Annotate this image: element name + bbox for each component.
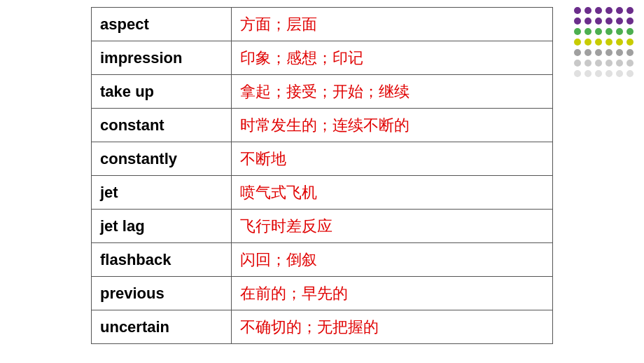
decoration-dot	[595, 7, 602, 14]
decoration-dot	[584, 49, 592, 56]
chinese-definition: 喷气式飞机	[231, 176, 552, 210]
chinese-definition: 方面；层面	[231, 8, 552, 41]
table-row: uncertain不确切的；无把握的	[92, 310, 553, 344]
decoration-dot	[595, 70, 602, 77]
decoration-dot	[584, 28, 592, 35]
chinese-definition: 飞行时差反应	[231, 210, 552, 243]
table-row: take up拿起；接受；开始；继续	[92, 75, 553, 109]
table-row: constantly不断地	[92, 142, 553, 176]
chinese-definition: 不断地	[231, 142, 552, 176]
decoration-dot	[606, 49, 612, 56]
table-row: jet喷气式飞机	[92, 176, 553, 210]
english-term: take up	[92, 75, 232, 109]
decoration-dot	[616, 70, 623, 77]
decoration-dot	[606, 39, 612, 46]
vocab-table: aspect方面；层面impression印象；感想；印记take up拿起；接…	[91, 7, 553, 344]
chinese-definition: 闪回；倒叙	[231, 243, 552, 277]
decoration-dot	[595, 28, 602, 35]
chinese-definition: 在前的；早先的	[231, 277, 552, 310]
decoration-dot	[626, 60, 634, 67]
decoration-dot	[626, 7, 634, 14]
decoration-dot	[595, 39, 602, 46]
english-term: jet	[92, 176, 232, 210]
decoration-dot	[584, 7, 592, 14]
decoration-dot	[584, 39, 592, 46]
decoration-dot	[574, 28, 581, 35]
english-term: aspect	[92, 8, 232, 41]
decoration-dot	[616, 7, 623, 14]
decoration-dot	[626, 49, 634, 56]
english-term: constantly	[92, 142, 232, 176]
decoration-dot	[606, 18, 612, 25]
table-row: jet lag飞行时差反应	[92, 210, 553, 243]
decoration-dot	[606, 28, 612, 35]
chinese-definition: 印象；感想；印记	[231, 41, 552, 75]
english-term: constant	[92, 109, 232, 142]
decoration-dot	[626, 28, 634, 35]
decoration-dot	[595, 49, 602, 56]
table-row: previous在前的；早先的	[92, 277, 553, 310]
main-container: aspect方面；层面impression印象；感想；印记take up拿起；接…	[0, 0, 644, 363]
english-term: flashback	[92, 243, 232, 277]
decoration-dot	[574, 7, 581, 14]
english-term: previous	[92, 277, 232, 310]
decoration-dot	[606, 70, 612, 77]
table-row: constant时常发生的；连续不断的	[92, 109, 553, 142]
decoration-dot	[616, 60, 623, 67]
dots-decoration	[574, 7, 637, 91]
chinese-definition: 时常发生的；连续不断的	[231, 109, 552, 142]
english-term: uncertain	[92, 310, 232, 344]
decoration-dot	[574, 60, 581, 67]
decoration-dot	[626, 70, 634, 77]
dots-grid	[574, 7, 637, 78]
decoration-dot	[606, 7, 612, 14]
decoration-dot	[616, 28, 623, 35]
english-term: jet lag	[92, 210, 232, 243]
decoration-dot	[626, 39, 634, 46]
table-row: aspect方面；层面	[92, 8, 553, 41]
decoration-dot	[595, 60, 602, 67]
chinese-definition: 不确切的；无把握的	[231, 310, 552, 344]
decoration-dot	[595, 18, 602, 25]
decoration-dot	[616, 39, 623, 46]
table-row: impression印象；感想；印记	[92, 41, 553, 75]
english-term: impression	[92, 41, 232, 75]
decoration-dot	[616, 49, 623, 56]
table-row: flashback闪回；倒叙	[92, 243, 553, 277]
decoration-dot	[584, 70, 592, 77]
decoration-dot	[574, 18, 581, 25]
decoration-dot	[574, 39, 581, 46]
chinese-definition: 拿起；接受；开始；继续	[231, 75, 552, 109]
decoration-dot	[616, 18, 623, 25]
decoration-dot	[606, 60, 612, 67]
decoration-dot	[584, 18, 592, 25]
decoration-dot	[574, 49, 581, 56]
decoration-dot	[574, 70, 581, 77]
decoration-dot	[584, 60, 592, 67]
decoration-dot	[626, 18, 634, 25]
